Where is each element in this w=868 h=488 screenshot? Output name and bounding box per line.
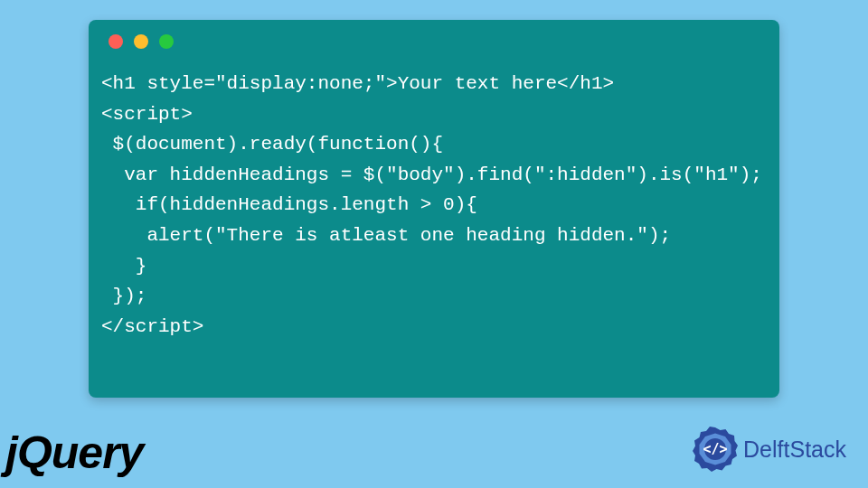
code-line: var hiddenHeadings = $("body").find(":hi… <box>101 164 762 185</box>
close-icon <box>108 34 123 49</box>
delftstack-icon: </> <box>693 427 738 472</box>
code-line: alert("There is atleast one heading hidd… <box>101 225 671 246</box>
minimize-icon <box>134 34 148 49</box>
code-window: <h1 style="display:none;">Your text here… <box>89 20 779 398</box>
delftstack-label: DelftStack <box>743 436 846 463</box>
code-bracket-icon: </> <box>703 441 728 457</box>
code-line: }); <box>101 286 146 306</box>
window-controls <box>89 20 779 49</box>
maximize-icon <box>159 34 174 49</box>
code-block: <h1 style="display:none;">Your text here… <box>89 49 779 358</box>
code-line: </script> <box>101 316 203 337</box>
code-line: } <box>101 256 146 277</box>
jquery-logo: jQuery <box>5 427 143 479</box>
code-line: <h1 style="display:none;">Your text here… <box>101 73 614 94</box>
delftstack-logo: </> DelftStack <box>693 427 846 472</box>
code-line: $(document).ready(function(){ <box>101 134 443 155</box>
code-line: if(hiddenHeadings.length > 0){ <box>101 194 477 215</box>
code-line: <script> <box>101 104 193 125</box>
